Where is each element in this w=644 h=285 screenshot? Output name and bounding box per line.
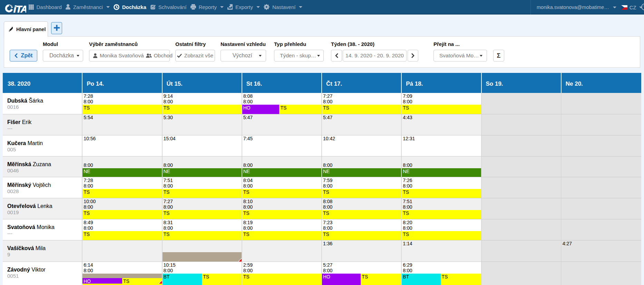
bar-segment-TS[interactable]: TS	[82, 231, 162, 240]
day-cell[interactable]: 4:27	[562, 240, 641, 262]
bar-segment-TS[interactable]: TS	[82, 105, 162, 114]
day-cell[interactable]	[242, 240, 322, 262]
bar-segment-TS[interactable]: TS	[163, 231, 242, 240]
day-cell[interactable]	[482, 93, 562, 114]
bar-segment-TS[interactable]: TS	[279, 105, 321, 114]
bar-segment-NE[interactable]: NE	[242, 168, 321, 177]
day-cell[interactable]: 8:208:00TS	[402, 219, 481, 240]
bar-segment-TS[interactable]: TS	[322, 210, 401, 219]
day-cell[interactable]: 7:45	[242, 135, 322, 156]
bar-segment-BT[interactable]: BT	[402, 274, 440, 285]
day-cell[interactable]: 7:288:00TS	[82, 93, 162, 114]
bar-segment-TS[interactable]: TS	[441, 274, 481, 285]
day-cell[interactable]: 10:008:00TS	[82, 198, 162, 219]
day-cell[interactable]: 7:278:00TS	[322, 93, 402, 114]
employee-cell[interactable]: Měřínská Zuzana0046	[3, 156, 82, 177]
bar-segment-TS[interactable]: TS	[402, 189, 481, 198]
bar-segment-XX[interactable]	[163, 252, 242, 262]
day-cell[interactable]: 5:278:00HOTS	[322, 262, 402, 285]
bar-segment-NE[interactable]: NE	[163, 168, 242, 177]
back-button[interactable]: Zpět	[10, 50, 37, 61]
day-cell[interactable]: 7:278:00TS	[163, 198, 242, 219]
bar-segment-TS[interactable]: TS	[242, 231, 321, 240]
day-cell[interactable]: 10:158:00BTTS	[163, 262, 242, 285]
vzhled-select[interactable]: Výchozí	[221, 50, 266, 61]
day-cell[interactable]: 8:498:00TS	[82, 219, 162, 240]
nav-item-zamestnanci[interactable]: Zaměstnanci	[64, 0, 111, 14]
week-prev-button[interactable]	[331, 50, 342, 61]
tab-hlavni-panel[interactable]: Hlavní panel	[4, 21, 48, 37]
employee-cell[interactable]: Závodný Viktor0051	[3, 262, 82, 285]
day-cell[interactable]: 8:00NE	[82, 156, 162, 177]
bar-segment-TS[interactable]: TS	[242, 274, 321, 285]
bar-segment-TS[interactable]: TS	[322, 105, 401, 114]
day-cell[interactable]: 12:31	[402, 135, 481, 156]
bar-segment-HO[interactable]: HO	[322, 274, 361, 285]
bar-segment-TS[interactable]: TS	[122, 278, 162, 284]
day-cell[interactable]	[482, 135, 562, 156]
nav-item-dashboard[interactable]: Dashboard	[27, 0, 64, 14]
day-cell[interactable]	[562, 135, 641, 156]
day-cell[interactable]	[562, 93, 641, 114]
nav-item-nastaveni[interactable]: Nastavení	[262, 0, 304, 14]
day-cell[interactable]: 6:298:00BTTS	[402, 262, 481, 285]
bar-segment-BT[interactable]: BT	[163, 274, 202, 285]
day-cell[interactable]: 5:47	[322, 114, 402, 135]
day-cell[interactable]: 10:56	[82, 135, 162, 156]
day-cell[interactable]	[562, 156, 641, 177]
bar-segment-TS[interactable]: TS	[163, 105, 242, 114]
nav-item-dochazka[interactable]: Docházka	[111, 0, 148, 14]
day-cell[interactable]	[562, 177, 641, 198]
day-cell[interactable]	[562, 114, 641, 135]
day-cell[interactable]	[82, 240, 162, 262]
day-cell[interactable]: 7:238:00TS	[322, 219, 402, 240]
bar-segment-TS[interactable]: TS	[163, 210, 242, 219]
day-cell[interactable]	[482, 262, 562, 285]
bar-segment-TS[interactable]: TS	[361, 274, 401, 285]
nav-item-schvalovani[interactable]: Schvalování	[148, 0, 188, 14]
day-cell[interactable]: 15:04	[163, 135, 242, 156]
bar-segment-HO[interactable]: HO	[242, 105, 280, 114]
bar-segment-TS[interactable]: TS	[402, 105, 481, 114]
bar-segment-TS[interactable]: TS	[82, 210, 162, 219]
day-cell[interactable]: 8:048:00TS	[242, 177, 322, 198]
day-cell[interactable]	[562, 219, 641, 240]
day-cell[interactable]: 2:598:00TS	[242, 262, 322, 285]
bar-segment-TS[interactable]: TS	[202, 274, 242, 285]
employee-cell[interactable]: Měřínský Vojtěch0028	[3, 177, 82, 198]
bar-segment-TS[interactable]: TS	[322, 231, 401, 240]
day-cell[interactable]: 8:318:00TS	[163, 219, 242, 240]
bar-segment-TS[interactable]: TS	[242, 210, 321, 219]
user-menu[interactable]: monika.svatonova@mobatime…	[534, 4, 620, 10]
week-range-field[interactable]: 14. 9. 2020 - 20. 9. 2020	[343, 50, 407, 61]
day-cell[interactable]	[562, 262, 641, 285]
sum-button[interactable]: Σ	[493, 50, 504, 61]
nav-item-reporty[interactable]: Reporty	[188, 0, 226, 14]
bar-segment-TS[interactable]: TS	[163, 189, 242, 198]
employee-cell[interactable]: Otevřelová Lenka0019	[3, 198, 82, 219]
week-next-button[interactable]	[408, 50, 418, 61]
day-cell[interactable]: 1:36	[322, 240, 402, 262]
day-cell[interactable]	[482, 114, 562, 135]
day-cell[interactable]	[562, 198, 641, 219]
day-cell[interactable]: 7:268:00TS	[402, 177, 481, 198]
language-menu[interactable]: CZ	[620, 4, 644, 10]
day-cell[interactable]	[482, 240, 562, 262]
bar-segment-TS[interactable]: TS	[402, 210, 481, 219]
day-cell[interactable]: 8:00NE	[322, 156, 402, 177]
employee-cell[interactable]: Svatoňová Monika---	[3, 219, 82, 240]
modul-select[interactable]: Docházka	[43, 50, 83, 61]
day-cell[interactable]: 5:30	[163, 114, 242, 135]
bar-segment-NE[interactable]: NE	[322, 168, 401, 177]
bar-segment-XX[interactable]	[82, 274, 162, 278]
day-cell[interactable]: 9:148:00TS	[163, 93, 242, 114]
typ-select[interactable]: Týden - skup…	[274, 50, 324, 61]
day-cell[interactable]	[482, 177, 562, 198]
add-tab-button[interactable]: +	[51, 22, 62, 34]
day-cell[interactable]: 1:14	[402, 240, 481, 262]
day-cell[interactable]: 7:518:00TS	[163, 177, 242, 198]
day-cell[interactable]	[163, 240, 242, 262]
day-cell[interactable]: 7:598:00TS	[322, 177, 402, 198]
bar-segment-TS[interactable]: TS	[402, 231, 481, 240]
prejit-select[interactable]: Svatoňová Mo…	[433, 50, 487, 61]
